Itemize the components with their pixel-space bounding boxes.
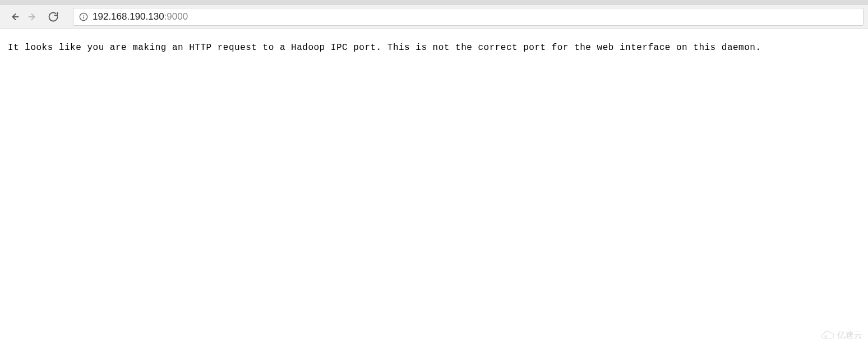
url-host: 192.168.190.130 [93,11,164,22]
back-button[interactable] [8,11,20,23]
url-port: :9000 [164,11,188,22]
info-icon [79,12,88,21]
page-content: It looks like you are making an HTTP req… [0,29,868,66]
watermark-text: 亿速云 [837,330,862,341]
tab-bar [0,0,868,4]
arrow-left-icon [8,11,20,22]
site-info-icon[interactable] [79,12,88,21]
forward-button[interactable] [27,11,39,23]
browser-toolbar: 192.168.190.130:9000 [0,4,868,29]
arrow-right-icon [27,11,39,22]
reload-icon [48,11,59,22]
svg-point-5 [825,335,827,337]
reload-button[interactable] [47,11,59,23]
nav-buttons [4,11,63,23]
url-text: 192.168.190.130:9000 [93,11,188,22]
address-bar[interactable]: 192.168.190.130:9000 [73,8,864,26]
cloud-icon [820,331,835,341]
error-message: It looks like you are making an HTTP req… [8,43,860,53]
watermark: 亿速云 [820,330,862,341]
